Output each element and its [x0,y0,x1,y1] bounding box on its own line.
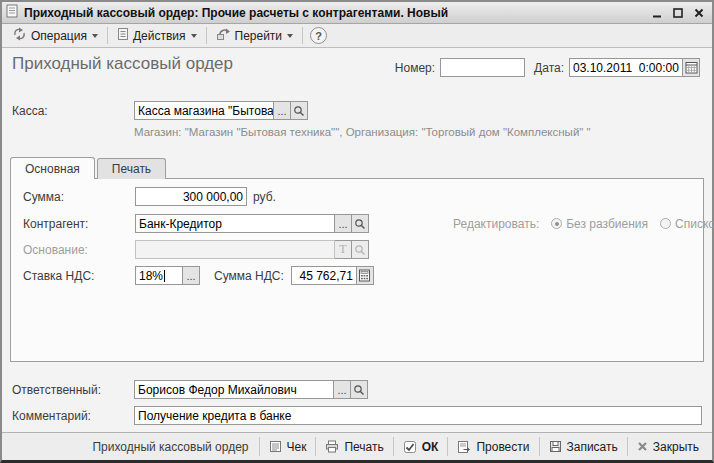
counterparty-select-button[interactable]: ... [335,214,352,233]
vat-rate-select-button[interactable]: ... [183,266,200,285]
text-edit-icon: T [339,242,346,257]
chevron-down-icon [287,34,293,38]
counterparty-row: Контрагент: Банк-Кредитор ... Редактиров… [23,214,714,233]
document-icon [6,4,19,21]
bottombar-separator [259,437,260,456]
magnifier-icon [293,105,305,117]
minimize-button[interactable] [652,8,662,18]
maximize-button[interactable] [673,8,683,18]
vat-amount-group: 45 762,71 [291,266,374,285]
chevron-down-icon [191,34,197,38]
calendar-icon [685,61,698,74]
basis-open-button [352,240,369,259]
chevron-down-icon [92,34,98,38]
magnifier-icon [353,384,365,396]
close-x-icon [637,441,648,452]
print-button[interactable]: Печать [320,437,388,457]
responsible-label: Ответственный: [12,383,134,397]
calendar-button[interactable] [683,58,700,77]
vat-row: Ставка НДС: 18% ... Сумма НДС: 45 762,71 [23,266,374,285]
radio-label: Без разбиения [566,217,648,231]
vat-amount-label: Сумма НДС: [214,269,284,283]
actions-menu-button[interactable]: Действия [111,25,203,46]
post-button[interactable]: Провести [452,437,534,457]
toolbar-separator [107,27,108,44]
basis-label: Основание: [23,243,135,257]
save-disk-icon [549,440,562,453]
toolbar-separator [302,27,303,44]
magnifier-icon [354,244,366,256]
counterparty-open-button[interactable] [352,214,369,233]
cashbox-row: Касса: Касса магазина "Бытовая техника" … [12,101,702,120]
main-tab-panel: Сумма: 300 000,00 руб. Контрагент: Банк-… [10,178,704,362]
ok-check-icon [403,440,417,454]
vat-rate-input[interactable]: 18% [135,266,183,285]
cashbox-info-text: Магазин: "Магазин "Бытовая техника"", Ор… [134,126,591,138]
counterparty-label: Контрагент: [23,217,135,231]
app-window: Приходный кассовый ордер: Прочие расчеты… [0,0,714,463]
radio-label: Списком [675,217,714,231]
window-title: Приходный кассовый ордер: Прочие расчеты… [24,6,647,20]
calculator-button[interactable] [357,266,374,285]
comment-label: Комментарий: [12,409,134,423]
operation-menu-button[interactable]: Операция [6,25,104,46]
basis-text-button: T [335,240,352,259]
titlebar[interactable]: Приходный кассовый ордер: Прочие расчеты… [2,2,712,24]
tab-osnovnaya[interactable]: Основная [10,157,95,179]
goto-label: Перейти [235,29,283,43]
window-controls [652,8,704,18]
responsible-input[interactable]: Борисов Федор Михайлович [134,380,334,399]
close-button[interactable] [694,8,704,18]
radio-icon [551,218,562,229]
printer-icon [325,440,339,453]
magnifier-icon [354,218,366,230]
currency-label: руб. [253,190,276,204]
responsible-open-button[interactable] [351,380,368,399]
responsible-select-button[interactable]: ... [334,380,351,399]
number-date-fields: Номер: Дата: 03.10.2011 0:00:00 [395,58,700,77]
radio-bez-razbieniya[interactable]: Без разбиения [551,217,648,231]
actions-label: Действия [133,29,186,43]
amount-label: Сумма: [23,190,135,204]
calculator-icon [358,269,371,282]
number-input[interactable] [440,58,525,77]
goto-menu-button[interactable]: Перейти [210,26,300,46]
goto-icon [216,28,231,44]
check-button[interactable]: Чек [264,437,312,457]
date-input[interactable]: 03.10.2011 0:00:00 [569,58,683,77]
cashbox-select-button[interactable]: ... [274,101,291,120]
operation-icon [12,27,27,44]
date-label: Дата: [534,61,564,75]
cashbox-input[interactable]: Касса магазина "Бытовая техника" [134,101,274,120]
amount-input[interactable]: 300 000,00 [135,187,247,206]
bottombar-separator [627,437,628,456]
radio-icon [660,218,671,229]
ok-button[interactable]: ОК [398,437,444,457]
help-button[interactable]: ? [310,27,327,44]
vat-amount-input[interactable]: 45 762,71 [291,266,357,285]
counterparty-input[interactable]: Банк-Кредитор [135,214,335,233]
tab-pechat[interactable]: Печать [97,158,166,179]
cashbox-open-button[interactable] [291,101,308,120]
edit-mode-label: Редактировать: [453,217,539,231]
toolbar-separator [206,27,207,44]
edit-mode-group: Редактировать: Без разбиения Списком [453,217,714,231]
comment-row: Комментарий: Получение кредита в банке [12,406,702,425]
amount-row: Сумма: 300 000,00 руб. [23,187,276,206]
post-document-icon [457,440,471,454]
radio-spiskom[interactable]: Списком [660,217,714,231]
operation-label: Операция [31,29,87,43]
save-button[interactable]: Записать [544,437,623,457]
doc-type-label: Приходный кассовый ордер [86,440,254,454]
date-field-group: 03.10.2011 0:00:00 [569,58,700,77]
bottombar-separator [539,437,540,456]
actions-icon [117,27,129,44]
basis-row: Основание: T [23,240,369,259]
responsible-row: Ответственный: Борисов Федор Михайлович … [12,380,368,399]
bottombar-separator [393,437,394,456]
receipt-icon [269,440,282,453]
comment-input[interactable]: Получение кредита в банке [134,406,702,425]
bottombar-separator [447,437,448,456]
close-form-button[interactable]: Закрыть [632,437,704,457]
cashbox-label: Касса: [12,104,134,118]
